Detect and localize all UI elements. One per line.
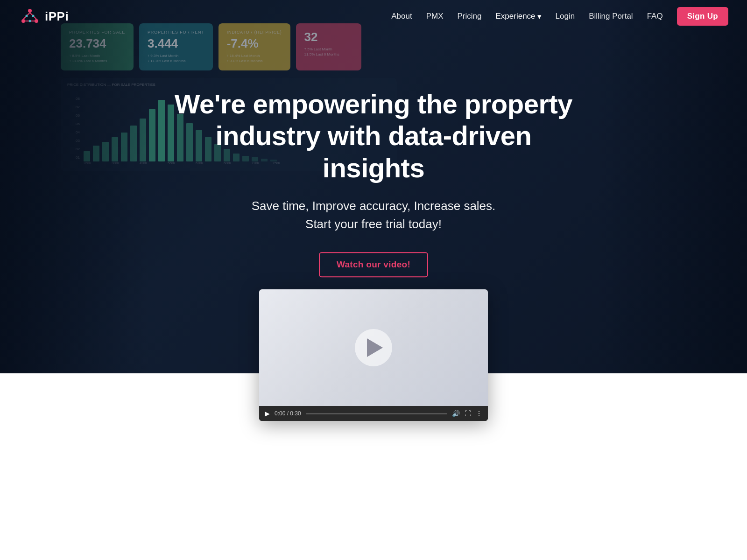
hero-subtitle-line1: Save time, Improve accuracy, Increase sa… — [252, 199, 496, 213]
brand-logo[interactable]: iPPi — [19, 5, 69, 28]
hero-bg-right — [598, 0, 747, 373]
video-screen[interactable] — [259, 289, 488, 406]
nav-pmx[interactable]: PMX — [426, 12, 444, 21]
hero-subtitle: Save time, Improve accuracy, Increase sa… — [163, 197, 584, 234]
volume-button[interactable]: 🔊 — [452, 410, 460, 417]
video-section: ▶ 0:00 / 0:30 🔊 ⛶ ⋮ — [0, 373, 747, 449]
play-triangle-icon — [367, 338, 383, 357]
hero-title: We're empowering the property industry w… — [163, 88, 584, 184]
svg-point-8 — [29, 20, 31, 22]
svg-rect-24 — [149, 109, 155, 161]
chevron-down-icon: ▾ — [537, 12, 542, 21]
play-pause-button[interactable]: ▶ — [265, 410, 270, 417]
hero-content: We're empowering the property industry w… — [163, 88, 584, 277]
hero-bg-left — [0, 0, 149, 373]
signup-button[interactable]: Sign Up — [677, 7, 728, 26]
watch-video-button[interactable]: Watch our video! — [319, 252, 428, 278]
nav-billing-portal[interactable]: Billing Portal — [589, 12, 633, 21]
card-value-hli: -7.4% — [227, 36, 282, 51]
svg-point-0 — [28, 9, 32, 13]
svg-point-7 — [32, 15, 35, 17]
nav-links: About PMX Pricing Experience ▾ Login Bil… — [391, 7, 728, 26]
svg-point-6 — [26, 15, 28, 17]
play-button-overlay[interactable] — [355, 329, 392, 366]
brand-name: iPPi — [45, 9, 69, 24]
video-time-display: 0:00 / 0:30 — [275, 410, 301, 417]
video-player: ▶ 0:00 / 0:30 🔊 ⛶ ⋮ — [259, 289, 488, 421]
nav-login[interactable]: Login — [556, 12, 575, 21]
hero-subtitle-line2: Start your free trial today! — [305, 217, 442, 231]
nav-about[interactable]: About — [391, 12, 412, 21]
navigation: iPPi About PMX Pricing Experience ▾ Logi… — [0, 0, 747, 33]
more-options-button[interactable]: ⋮ — [476, 410, 482, 417]
fullscreen-button[interactable]: ⛶ — [465, 410, 471, 417]
nav-faq[interactable]: FAQ — [647, 12, 663, 21]
card-value-rent: 3.444 — [148, 36, 204, 51]
video-progress-bar[interactable] — [306, 413, 447, 414]
video-controls-bar: ▶ 0:00 / 0:30 🔊 ⛶ ⋮ — [259, 406, 488, 421]
nav-pricing[interactable]: Pricing — [458, 12, 482, 21]
nav-experience[interactable]: Experience ▾ — [495, 12, 541, 21]
